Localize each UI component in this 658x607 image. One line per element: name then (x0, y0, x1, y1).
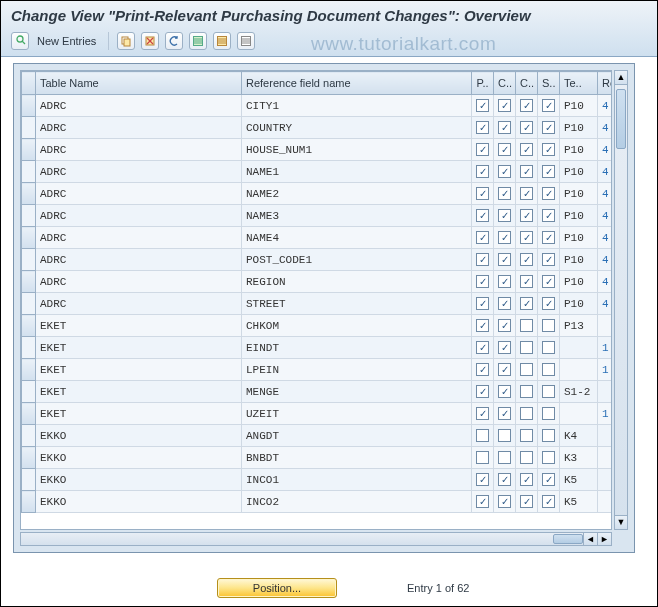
row-selector[interactable] (22, 425, 36, 447)
checkbox[interactable] (520, 209, 533, 222)
new-entries-button[interactable]: New Entries (35, 35, 100, 47)
cell-table-name[interactable]: ADRC (36, 139, 242, 161)
cell-c2[interactable] (516, 315, 538, 337)
cell-p[interactable] (472, 249, 494, 271)
cell-ref-field[interactable]: MENGE (242, 381, 472, 403)
row-selector[interactable] (22, 117, 36, 139)
data-grid[interactable]: Table Name Reference field name P.. C.. … (20, 70, 612, 530)
checkbox[interactable] (498, 209, 511, 222)
cell-ref-field[interactable]: BNBDT (242, 447, 472, 469)
checkbox[interactable] (476, 429, 489, 442)
cell-ro[interactable]: 4 (598, 271, 613, 293)
cell-ro[interactable] (598, 381, 613, 403)
cell-p[interactable] (472, 95, 494, 117)
row-select-all-header[interactable] (22, 72, 36, 95)
cell-c1[interactable] (494, 249, 516, 271)
row-selector[interactable] (22, 161, 36, 183)
cell-te[interactable]: P10 (560, 227, 598, 249)
checkbox[interactable] (498, 121, 511, 134)
cell-p[interactable] (472, 403, 494, 425)
cell-s[interactable] (538, 315, 560, 337)
checkbox[interactable] (476, 99, 489, 112)
checkbox[interactable] (476, 187, 489, 200)
checkbox[interactable] (476, 319, 489, 332)
scroll-left-icon[interactable]: ◄ (583, 533, 597, 545)
checkbox[interactable] (498, 429, 511, 442)
cell-c2[interactable] (516, 403, 538, 425)
col-c2[interactable]: C.. (516, 72, 538, 95)
cell-ref-field[interactable]: INCO2 (242, 491, 472, 513)
row-selector[interactable] (22, 403, 36, 425)
checkbox[interactable] (476, 495, 489, 508)
cell-ro[interactable]: 1 (598, 359, 613, 381)
cell-p[interactable] (472, 315, 494, 337)
cell-p[interactable] (472, 293, 494, 315)
checkbox[interactable] (542, 209, 555, 222)
row-selector[interactable] (22, 227, 36, 249)
cell-p[interactable] (472, 205, 494, 227)
col-te[interactable]: Te.. (560, 72, 598, 95)
cell-p[interactable] (472, 447, 494, 469)
cell-ro[interactable]: 4 (598, 249, 613, 271)
cell-c1[interactable] (494, 469, 516, 491)
cell-c2[interactable] (516, 425, 538, 447)
checkbox[interactable] (542, 99, 555, 112)
checkbox[interactable] (520, 473, 533, 486)
cell-ref-field[interactable]: INCO1 (242, 469, 472, 491)
cell-te[interactable]: P10 (560, 293, 598, 315)
row-selector[interactable] (22, 381, 36, 403)
cell-s[interactable] (538, 447, 560, 469)
cell-table-name[interactable]: EKET (36, 403, 242, 425)
checkbox[interactable] (520, 275, 533, 288)
cell-p[interactable] (472, 271, 494, 293)
cell-te[interactable]: K5 (560, 469, 598, 491)
checkbox[interactable] (476, 385, 489, 398)
checkbox[interactable] (498, 363, 511, 376)
cell-te[interactable]: K5 (560, 491, 598, 513)
cell-table-name[interactable]: ADRC (36, 183, 242, 205)
cell-ref-field[interactable]: REGION (242, 271, 472, 293)
cell-c2[interactable] (516, 249, 538, 271)
cell-p[interactable] (472, 117, 494, 139)
row-selector[interactable] (22, 183, 36, 205)
cell-te[interactable]: P10 (560, 249, 598, 271)
cell-table-name[interactable]: EKKO (36, 447, 242, 469)
checkbox[interactable] (542, 165, 555, 178)
undo-button[interactable] (165, 32, 183, 50)
checkbox[interactable] (498, 495, 511, 508)
checkbox[interactable] (520, 121, 533, 134)
checkbox[interactable] (476, 451, 489, 464)
cell-table-name[interactable]: EKET (36, 337, 242, 359)
table-row[interactable]: ADRCNAME2P104 (22, 183, 613, 205)
table-row[interactable]: EKKOINCO2K5 (22, 491, 613, 513)
checkbox[interactable] (520, 143, 533, 156)
checkbox[interactable] (476, 407, 489, 420)
table-row[interactable]: EKKOBNBDTK3 (22, 447, 613, 469)
cell-te[interactable]: P10 (560, 117, 598, 139)
checkbox[interactable] (498, 253, 511, 266)
cell-c1[interactable] (494, 227, 516, 249)
cell-ref-field[interactable]: NAME4 (242, 227, 472, 249)
row-selector[interactable] (22, 293, 36, 315)
checkbox[interactable] (498, 451, 511, 464)
row-selector[interactable] (22, 447, 36, 469)
row-selector[interactable] (22, 95, 36, 117)
cell-c1[interactable] (494, 447, 516, 469)
cell-ref-field[interactable]: ANGDT (242, 425, 472, 447)
cell-c2[interactable] (516, 139, 538, 161)
checkbox[interactable] (520, 341, 533, 354)
cell-ref-field[interactable]: LPEIN (242, 359, 472, 381)
cell-ref-field[interactable]: COUNTRY (242, 117, 472, 139)
cell-s[interactable] (538, 249, 560, 271)
table-row[interactable]: ADRCSTREETP104 (22, 293, 613, 315)
select-block-button[interactable] (213, 32, 231, 50)
cell-s[interactable] (538, 271, 560, 293)
row-selector[interactable] (22, 249, 36, 271)
cell-te[interactable]: K3 (560, 447, 598, 469)
col-ro[interactable]: Ro.. (598, 72, 613, 95)
cell-c1[interactable] (494, 95, 516, 117)
cell-ro[interactable]: 4 (598, 205, 613, 227)
cell-ref-field[interactable]: EINDT (242, 337, 472, 359)
cell-s[interactable] (538, 117, 560, 139)
vertical-scrollbar[interactable]: ▲ ▼ (614, 70, 628, 530)
